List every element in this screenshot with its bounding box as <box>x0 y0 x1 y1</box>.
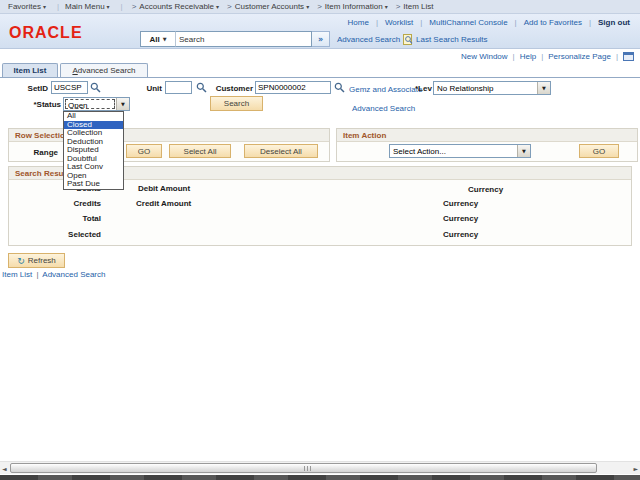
global-search-bar: All ▼ » <box>140 31 330 47</box>
breadcrumb: Favorites ▾ | Main Menu ▾ | > Accounts R… <box>0 0 640 14</box>
breadcrumb-main-menu[interactable]: Main Menu ▾ <box>65 2 110 11</box>
tab-item-list[interactable]: Item List <box>2 63 58 77</box>
item-action-title: Item Action <box>337 129 637 142</box>
breadcrumb-label: Customer Accounts <box>235 2 304 11</box>
level-label: *Lev <box>415 84 432 93</box>
item-action-dropdown[interactable]: Select Action... ▼ <box>389 144 531 158</box>
link-separator: | <box>616 52 618 61</box>
help-link[interactable]: Help <box>520 52 536 61</box>
breadcrumb-separator: | <box>121 2 123 11</box>
setid-label: SetID <box>0 84 48 93</box>
search-scope-dropdown[interactable]: All ▼ <box>140 31 176 47</box>
scrollbar-thumb[interactable] <box>10 463 597 473</box>
last-search-results[interactable]: Last Search Results <box>403 34 488 45</box>
chevron-down-icon: ▼ <box>163 36 167 42</box>
breadcrumb-favorites-menu[interactable]: Favorites ▾ <box>8 2 46 11</box>
breadcrumb-chevron: > <box>227 2 232 11</box>
status-dropdown-list: All Closed Collection Deduction Disputed… <box>63 111 124 190</box>
status-dropdown[interactable]: Open ▼ <box>63 97 130 111</box>
link-separator: | <box>420 18 422 27</box>
chevron-down-icon: ▼ <box>116 98 129 110</box>
debits-currency-label: Currency <box>468 185 503 194</box>
footer-advanced-search-link[interactable]: Advanced Search <box>42 270 105 279</box>
item-action-dropdown-value: Select Action... <box>390 145 517 157</box>
refresh-button[interactable]: ↻ Refresh <box>8 253 65 268</box>
header-utility-links: Home | Worklist | MultiChannel Console |… <box>348 18 630 27</box>
taskbar-strip <box>0 475 640 480</box>
breadcrumb-chevron: > <box>396 2 401 11</box>
link-separator: | <box>515 18 517 27</box>
link-separator: | <box>541 52 543 61</box>
oracle-logo: ORACLE <box>9 24 83 42</box>
customer-input[interactable] <box>255 81 331 94</box>
unit-input[interactable] <box>165 81 192 94</box>
select-all-button[interactable]: Select All <box>169 144 231 158</box>
breadcrumb-label: Favorites <box>8 2 41 11</box>
tab-label: dvanced Search <box>78 66 136 75</box>
level-dropdown-value: No Relationship <box>434 82 537 94</box>
link-separator: | <box>513 52 515 61</box>
row-selection-title: Row Selection <box>9 129 329 142</box>
setid-input[interactable] <box>51 81 88 94</box>
tab-advanced-search[interactable]: Advanced Search <box>60 63 148 77</box>
last-search-results-icon <box>403 34 413 45</box>
unit-label: Unit <box>118 84 162 93</box>
home-link[interactable]: Home <box>348 18 369 27</box>
page-toolbar: New Window | Help | Personalize Page | <box>461 52 634 61</box>
scroll-left-arrow[interactable]: ◄ <box>2 465 7 472</box>
link-separator: | <box>36 270 38 279</box>
chevron-down-icon: ▾ <box>43 3 46 10</box>
range-label: Range <box>13 148 58 157</box>
search-scope-value: All <box>149 35 159 44</box>
total-row-label: Total <box>21 214 101 223</box>
search-input[interactable] <box>176 31 312 47</box>
last-search-results-link: Last Search Results <box>416 35 488 44</box>
customer-lookup-icon[interactable] <box>334 82 345 93</box>
breadcrumb-label: Item List <box>403 2 433 11</box>
personalize-page-link[interactable]: Personalize Page <box>548 52 611 61</box>
selected-row-label: Selected <box>21 230 101 239</box>
worklist-link[interactable]: Worklist <box>385 18 413 27</box>
debit-amount-header: Debit Amount <box>138 184 190 193</box>
item-action-go-button[interactable]: GO <box>579 144 619 158</box>
setid-lookup-icon[interactable] <box>90 82 101 93</box>
chevron-down-icon: ▼ <box>517 145 530 157</box>
add-to-favorites-link[interactable]: Add to Favorites <box>524 18 582 27</box>
chevron-down-icon: ▾ <box>306 3 309 10</box>
row-selection-groupbox: Row Selection Range GO Select All Desele… <box>8 128 330 162</box>
unit-lookup-icon[interactable] <box>196 82 207 93</box>
breadcrumb-accounts-receivable[interactable]: Accounts Receivable ▾ <box>139 2 219 11</box>
refresh-button-label: Refresh <box>28 256 56 265</box>
scroll-right-arrow[interactable]: ► <box>633 465 638 472</box>
breadcrumb-item-information[interactable]: Item Information ▾ <box>325 2 388 11</box>
advanced-search-header-link[interactable]: Advanced Search <box>337 35 400 44</box>
breadcrumb-label: Item Information <box>325 2 383 11</box>
total-currency-label: Currency <box>443 214 478 223</box>
level-dropdown[interactable]: No Relationship ▼ <box>433 81 551 95</box>
credits-currency-label: Currency <box>443 199 478 208</box>
sign-out-link[interactable]: Sign out <box>598 18 630 27</box>
search-submit-button[interactable]: » <box>312 31 330 47</box>
breadcrumb-label: Main Menu <box>65 2 105 11</box>
link-separator: | <box>589 18 591 27</box>
footer-links: Item List | Advanced Search <box>2 270 105 279</box>
chevron-down-icon: ▼ <box>537 82 550 94</box>
status-option-past-due[interactable]: Past Due <box>64 180 123 189</box>
breadcrumb-chevron: > <box>317 2 322 11</box>
deselect-all-button[interactable]: Deselect All <box>244 144 318 158</box>
advanced-search-form-link[interactable]: Advanced Search <box>352 104 415 113</box>
tab-bar: Item List Advanced Search <box>0 63 640 78</box>
breadcrumb-chevron: > <box>132 2 137 11</box>
personalize-page-icon[interactable] <box>623 52 634 61</box>
breadcrumb-customer-accounts[interactable]: Customer Accounts ▾ <box>235 2 309 11</box>
range-go-button[interactable]: GO <box>126 144 162 158</box>
credit-amount-header: Credit Amount <box>136 199 191 208</box>
status-label: *Status <box>18 100 61 109</box>
new-window-link[interactable]: New Window <box>461 52 508 61</box>
multichannel-console-link[interactable]: MultiChannel Console <box>429 18 507 27</box>
breadcrumb-label: Accounts Receivable <box>139 2 214 11</box>
customer-name-link[interactable]: Gemz and Associate <box>349 85 422 94</box>
search-button[interactable]: Search <box>210 96 263 111</box>
chevron-down-icon: ▾ <box>107 3 110 10</box>
footer-item-list-link[interactable]: Item List <box>2 270 32 279</box>
